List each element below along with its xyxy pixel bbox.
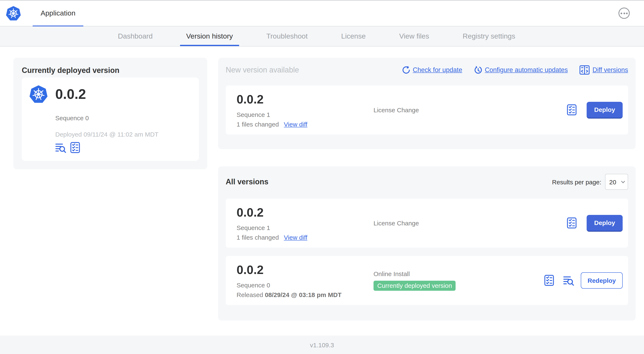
version-sequence: Sequence 0 — [236, 281, 374, 288]
view-diff-link[interactable]: View diff — [284, 120, 307, 128]
preflight-checks-icon[interactable] — [567, 217, 576, 229]
deployed-date: Deployed 09/11/24 @ 11:02 am MDT — [55, 131, 191, 138]
deployed-version-number: 0.0.2 — [55, 86, 86, 102]
version-row: 0.0.2 Sequence 1 1 files changed View di… — [226, 199, 628, 248]
tab-dashboard[interactable]: Dashboard — [101, 26, 169, 46]
preflight-checks-icon[interactable] — [544, 275, 554, 286]
version-number: 0.0.2 — [236, 263, 374, 277]
tab-view-files[interactable]: View files — [382, 26, 446, 46]
schedule-icon — [474, 66, 482, 74]
released-label: Released — [236, 291, 263, 298]
configure-automatic-updates-link[interactable]: Configure automatic updates — [474, 66, 568, 74]
currently-deployed-badge: Currently deployed version — [374, 281, 456, 291]
version-source: License Change — [374, 219, 567, 227]
tab-registry-settings[interactable]: Registry settings — [446, 26, 532, 46]
tab-application[interactable]: Application — [33, 1, 83, 26]
release-notes-icon[interactable] — [563, 275, 574, 285]
version-sequence: Sequence 1 — [236, 111, 374, 118]
redeploy-button[interactable]: Redeploy — [581, 272, 623, 289]
active-tab-underline — [33, 25, 83, 26]
version-number: 0.0.2 — [236, 92, 374, 106]
main-content: Currently deployed version 0.0.2 Sequenc… — [0, 47, 644, 320]
version-source: Online Install — [374, 270, 544, 277]
deploy-button[interactable]: Deploy — [587, 215, 623, 231]
app-title: Application — [40, 9, 75, 17]
section-nav: Dashboard Version history Troubleshoot L… — [0, 26, 644, 47]
view-diff-link[interactable]: View diff — [284, 234, 307, 241]
released-date: 08/29/24 @ 03:18 pm MDT — [265, 291, 342, 298]
check-for-update-link[interactable]: Check for update — [402, 66, 462, 74]
all-versions-title: All versions — [226, 177, 268, 186]
new-version-row: 0.0.2 Sequence 1 1 files changed View di… — [226, 86, 628, 135]
content-spacer — [0, 320, 644, 335]
refresh-icon — [402, 66, 410, 74]
footer: v1.109.3 — [0, 335, 644, 354]
files-changed: 1 files changed — [236, 120, 279, 128]
currently-deployed-card: Currently deployed version 0.0.2 Sequenc… — [14, 58, 207, 169]
version-row: 0.0.2 Sequence 0 Released 08/29/24 @ 03:… — [226, 256, 628, 305]
version-number: 0.0.2 — [236, 205, 374, 219]
tab-license[interactable]: License — [324, 26, 382, 46]
new-version-title: New version available — [226, 66, 299, 74]
diff-versions-link[interactable]: Diff versions — [580, 65, 628, 75]
diff-icon — [580, 65, 590, 75]
preflight-checks-icon[interactable] — [567, 104, 576, 116]
chevron-down-icon — [621, 181, 625, 183]
deployed-sequence: Sequence 0 — [55, 114, 191, 122]
overflow-menu-button[interactable] — [618, 8, 630, 19]
preflight-checks-icon[interactable] — [70, 142, 80, 155]
top-bar: Application — [0, 0, 644, 26]
files-changed: 1 files changed — [236, 234, 279, 241]
version-sequence: Sequence 1 — [236, 224, 374, 231]
console-version: v1.109.3 — [310, 341, 334, 348]
kubernetes-logo-icon — [6, 6, 21, 21]
tab-version-history[interactable]: Version history — [169, 26, 250, 46]
app-logo — [0, 1, 21, 26]
results-per-page-select[interactable]: 20 — [605, 174, 628, 190]
deployed-card-title: Currently deployed version — [22, 66, 199, 75]
all-versions-card: All versions Results per page: 20 0.0.2 … — [218, 166, 636, 320]
tab-troubleshoot[interactable]: Troubleshoot — [250, 26, 324, 46]
kubernetes-app-icon — [29, 85, 48, 104]
release-notes-icon[interactable] — [55, 143, 66, 154]
new-version-card: New version available Check for update C… — [218, 58, 636, 149]
results-per-page-label: Results per page: — [552, 178, 601, 185]
deployed-version-panel: 0.0.2 Sequence 0 Deployed 09/11/24 @ 11:… — [22, 78, 199, 161]
version-source: License Change — [374, 106, 567, 114]
deploy-button[interactable]: Deploy — [587, 102, 623, 118]
